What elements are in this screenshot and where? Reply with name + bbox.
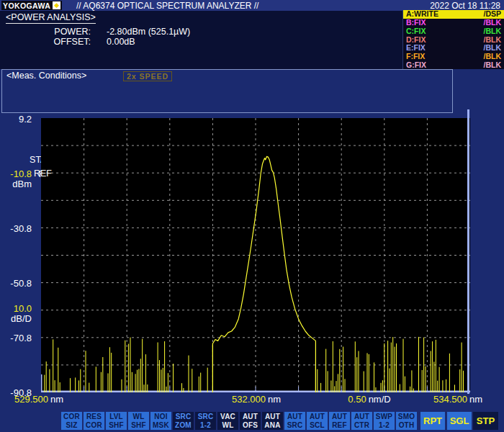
trace-display-status: /BLK bbox=[484, 27, 502, 35]
trace-name: F:FIX bbox=[406, 53, 425, 60]
y-tick-50.8: -50.8 bbox=[0, 278, 32, 289]
y-unit: dBm bbox=[0, 179, 32, 189]
x-tick-start: 529.500nm bbox=[14, 394, 63, 405]
y-tick-30.8: -30.8 bbox=[0, 223, 32, 234]
trace-name: E:FIX bbox=[406, 44, 426, 52]
y-scale-unit: dB/D bbox=[0, 313, 32, 324]
offset-value: 0.00dB bbox=[107, 37, 135, 47]
trace-name: C:FIX bbox=[406, 27, 426, 35]
page-title: // AQ6374 OPTICAL SPECTRUM ANALYZER // bbox=[76, 1, 258, 11]
trace-row-e[interactable]: E:FIX/BLK bbox=[403, 44, 504, 53]
trace-row-a[interactable]: A:WRITE/DSP bbox=[403, 10, 504, 19]
power-analysis-heading: <POWER ANALYSIS> bbox=[6, 12, 96, 24]
sweep-key-sgl[interactable]: SGL bbox=[447, 412, 472, 430]
softkey-cor-siz[interactable]: CORSIZ bbox=[61, 412, 82, 430]
softkey-aut-ctr[interactable]: AUTCTR bbox=[351, 412, 372, 430]
trace-display-status: /BLK bbox=[484, 36, 502, 44]
brand-name: YOKOGAWA bbox=[3, 1, 50, 10]
x-tick-center: 532.000nm bbox=[216, 394, 297, 405]
softkey-aut-scl[interactable]: AUTSCL bbox=[307, 412, 328, 430]
meas-conditions-heading: <Meas. Conditions> bbox=[6, 71, 86, 81]
softkey-swp-1-2[interactable]: SWP1-2 bbox=[374, 412, 395, 430]
offset-label: OFFSET: bbox=[0, 37, 91, 47]
offset-row: OFFSET: 0.00dB bbox=[0, 37, 135, 47]
yokogawa-diamond-icon: ◆ bbox=[53, 1, 60, 9]
trace-display-status: /BLK bbox=[484, 44, 502, 52]
power-label: POWER: bbox=[0, 27, 91, 37]
trace-display-status: /BLK bbox=[484, 53, 502, 60]
trace-display-status: /BLK bbox=[484, 19, 502, 27]
y-tick-9.2: 9.2 bbox=[0, 114, 32, 125]
spectrum-plot bbox=[41, 118, 470, 392]
power-value: -2.80dBm (525.1µW) bbox=[107, 27, 190, 37]
softkey-src-1-2[interactable]: SRC1-2 bbox=[195, 412, 216, 430]
ref-marker-label: REF bbox=[34, 168, 52, 179]
meas-conditions-panel: <Meas. Conditions> 2x SPEED START: 529.5… bbox=[1, 69, 453, 113]
trace-status-panel: A:WRITE/DSPB:FIX/BLKC:FIX/BLKD:FIX/BLKE:… bbox=[402, 10, 504, 69]
softkey-res-cor[interactable]: RESCOR bbox=[84, 412, 104, 430]
trace-row-c[interactable]: C:FIX/BLK bbox=[403, 27, 504, 35]
y-tick-70.8: -70.8 bbox=[0, 333, 32, 343]
yokogawa-logo: YOKOGAWA ◆ bbox=[1, 1, 62, 10]
power-row: POWER: -2.80dBm (525.1µW) bbox=[0, 27, 190, 37]
trace-display-status: /DSP bbox=[483, 10, 501, 18]
softkey-aut-ofs[interactable]: AUTOFS bbox=[240, 412, 261, 430]
softkey-aut-src[interactable]: AUTSRC bbox=[284, 412, 305, 430]
trace-name: G:FIX bbox=[406, 61, 426, 69]
softkey-wl-shf[interactable]: WLSHF bbox=[128, 412, 149, 430]
softkey-noi-msk[interactable]: NOIMSK bbox=[150, 412, 171, 430]
trace-row-b[interactable]: B:FIX/BLK bbox=[403, 19, 504, 27]
softkey-smo-oth[interactable]: SMOOTH bbox=[396, 412, 417, 430]
x-scale-per-div: 0.50nm/D bbox=[328, 394, 411, 405]
softkey-src-zom[interactable]: SRCZOM bbox=[173, 412, 194, 430]
trace-row-d[interactable]: D:FIX/BLK bbox=[403, 35, 504, 44]
softkey-aut-ana[interactable]: AUTANA bbox=[262, 412, 283, 430]
x-tick-stop: 534.500nm bbox=[403, 394, 482, 405]
softkey-aut-ref[interactable]: AUTREF bbox=[329, 412, 350, 430]
trace-display-status: /BLK bbox=[484, 61, 502, 69]
sweep-key-stp[interactable]: STP bbox=[473, 412, 498, 430]
softkey-lvl-shf[interactable]: LVLSHF bbox=[106, 412, 127, 430]
plot-right-scrollbar[interactable] bbox=[467, 109, 469, 394]
osa-screen: YOKOGAWA ◆ // AQ6374 OPTICAL SPECTRUM AN… bbox=[0, 0, 504, 432]
trace-row-f[interactable]: F:FIX/BLK bbox=[403, 53, 504, 61]
sweep-key-rpt[interactable]: RPT bbox=[420, 412, 445, 430]
speed-badge: 2x SPEED bbox=[123, 71, 172, 81]
trace-row-g[interactable]: G:FIX/BLK bbox=[403, 60, 504, 69]
trace-name: A:WRITE bbox=[406, 10, 438, 18]
y-scale-value: 10.0 bbox=[0, 303, 32, 314]
softkey-vac-wl[interactable]: VACWL bbox=[217, 412, 238, 430]
y-ref-level: -10.8 bbox=[0, 168, 32, 179]
trace-name: B:FIX bbox=[406, 19, 426, 27]
trace-name: D:FIX bbox=[406, 36, 426, 44]
